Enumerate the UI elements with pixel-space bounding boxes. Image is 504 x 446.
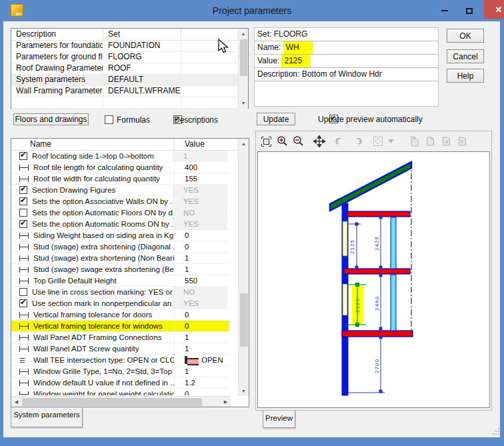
help-button[interactable]: Help [447, 69, 484, 83]
parameter-row[interactable]: Roof tile width for calculating quantity… [11, 173, 229, 185]
parameter-value[interactable]: 0 [174, 389, 229, 395]
cancel-button[interactable]: Cancel [447, 49, 484, 63]
ok-button[interactable]: OK [447, 29, 484, 43]
info-name[interactable]: Name: WH [255, 41, 438, 55]
interior-wall-lower [391, 275, 396, 331]
parameter-row[interactable]: Use section mark in nonperpendicular an.… [11, 298, 229, 309]
parameter-value[interactable]: YES [173, 196, 227, 207]
scroll-left-icon[interactable]: ◀ [11, 397, 21, 407]
formulas-checkbox[interactable] [105, 115, 113, 124]
scroll-down-icon[interactable]: ▼ [239, 98, 248, 108]
parameter-row[interactable]: Siding Weight based on siding area in Kg… [11, 230, 229, 241]
resize-grip[interactable] [492, 427, 500, 435]
clipboard-icon-2[interactable] [422, 133, 438, 149]
parameter-value[interactable]: 1 [174, 332, 229, 343]
parameter-value[interactable]: OPEN [174, 355, 229, 365]
param-set-row[interactable]: Parameters for ground floorFLOORG [11, 52, 248, 63]
parameter-row[interactable]: Window default U value if not defined in… [11, 377, 229, 389]
parameter-value[interactable]: 0 [174, 241, 229, 252]
clipboard-icon-4[interactable] [454, 133, 470, 149]
parameter-value[interactable]: 1 [174, 253, 229, 263]
redo-icon[interactable] [349, 133, 365, 149]
checkbox-checked-icon[interactable] [19, 186, 27, 194]
parameter-value[interactable]: NO [173, 207, 227, 218]
parameters-table: Name Value Roof locating side 1->top 0->… [11, 138, 249, 407]
parameter-row[interactable]: Stud (swage) swage extra shortening (Be.… [11, 264, 229, 275]
checkbox-checked-icon[interactable] [19, 220, 27, 228]
parameter-value[interactable]: 0 [174, 230, 229, 241]
close-button[interactable]: ✕ [484, 0, 504, 19]
parameter-value[interactable]: 1 [173, 151, 227, 161]
pan-icon[interactable] [311, 133, 327, 149]
clipboard-icon-3[interactable] [438, 133, 454, 149]
parameter-row[interactable]: Roof tile length for calculating quantit… [11, 162, 229, 173]
parameter-row[interactable]: Sets the option Automatic Floors ON by d… [11, 207, 229, 219]
checkbox-checked-icon[interactable] [19, 152, 27, 160]
param-sets-table: Description Set Parameters for foundatio… [11, 28, 249, 109]
center-view-dropdown[interactable] [386, 133, 395, 149]
preview-drawing-area[interactable]: 2125 2425 2460 2700 [257, 151, 490, 408]
parameters-hscrollbar[interactable]: ◀ ▶ [11, 396, 231, 407]
parameter-value[interactable]: YES [173, 219, 227, 229]
parameter-row[interactable]: Top Grille Default Height550 [11, 275, 229, 287]
scroll-down-icon[interactable]: ▼ [239, 386, 249, 396]
scroll-up-icon[interactable]: ▲ [239, 29, 248, 39]
center-view-icon[interactable] [370, 133, 386, 149]
info-value[interactable]: Value: 2125 [255, 55, 438, 68]
parameter-value[interactable]: 0 [174, 321, 229, 331]
parameter-row[interactable]: Wall TEE intersection type: OPEN or CLO.… [11, 355, 229, 366]
parameter-value[interactable]: 155 [174, 173, 229, 184]
parameter-row[interactable]: Vertical framing tolerance for doors0 [11, 309, 229, 321]
floors-and-drawings-button[interactable]: Floors and drawings [13, 113, 89, 125]
checkbox-checked-icon[interactable] [19, 299, 27, 307]
update-button[interactable]: Update [257, 113, 295, 125]
param-set-row[interactable]: Roof Drawing ParametersROOF [11, 63, 248, 75]
parameter-value[interactable]: YES [173, 298, 227, 309]
zoom-out-icon[interactable] [290, 133, 306, 149]
maximize-icon [466, 8, 473, 14]
parameter-row[interactable]: Stud (swage) extra shortening (Non Beari… [11, 253, 229, 264]
param-sets-scrollbar[interactable]: ▲ ▼ [238, 29, 248, 108]
clipboard-icon-1[interactable] [406, 133, 422, 149]
param-set-row[interactable]: System parametersDEFAULT [11, 75, 248, 86]
column-header-name[interactable]: Name [11, 139, 175, 150]
parameter-value[interactable]: NO [173, 287, 227, 297]
parameter-row[interactable]: Sets the option Associative Walls ON by … [11, 196, 229, 207]
zoom-in-icon[interactable] [274, 133, 290, 149]
parameter-value[interactable]: 550 [174, 275, 229, 286]
column-header-description[interactable]: Description [11, 29, 103, 40]
param-set-row[interactable]: Wall Framing ParametersDEFAULT.WFRAME [11, 86, 248, 97]
parameter-value[interactable]: 0 [174, 309, 229, 320]
parameters-vscrollbar[interactable]: ▲ ▼ [238, 139, 249, 396]
checkbox-checked-icon[interactable] [19, 197, 27, 205]
parameter-row[interactable]: Wall Panel ADT Framing Connections1 [11, 332, 229, 343]
tab-system-parameters[interactable]: System parameters [11, 407, 83, 427]
parameter-row[interactable]: Section Drawing FiguresYES [11, 185, 229, 196]
parameter-row[interactable]: Window Grille Type, 1=No, 2=Std, 3=Top1 [11, 366, 229, 377]
parameter-row[interactable]: Wall Panel ADT Screw quantity1 [11, 343, 229, 355]
tab-preview[interactable]: Preview [263, 411, 295, 428]
fit-view-icon[interactable] [258, 133, 274, 149]
scroll-up-icon[interactable]: ▲ [239, 139, 249, 149]
undo-icon[interactable] [333, 133, 349, 149]
parameter-value[interactable]: 400 [174, 162, 229, 173]
parameter-row[interactable]: Vertical framing tolerance for windows0 [11, 321, 229, 332]
scroll-right-icon[interactable]: ▶ [221, 397, 231, 407]
checkbox-unchecked-icon[interactable] [19, 288, 27, 296]
parameter-value[interactable]: 1 [174, 366, 229, 377]
parameter-value[interactable]: 1 [174, 343, 229, 354]
param-set-row[interactable]: Parameters for foundationFOUNDATION [11, 41, 248, 52]
parameter-value[interactable]: 1.2 [174, 377, 229, 388]
maximize-button[interactable] [460, 3, 479, 18]
checkbox-unchecked-icon[interactable] [19, 209, 27, 217]
parameter-value[interactable]: 1 [174, 264, 229, 275]
parameter-row[interactable]: Window weight for panel weight calculati… [11, 389, 229, 395]
parameter-row[interactable]: Use line in cross section marking: YES o… [11, 287, 229, 298]
parameter-row[interactable]: Stud (swage) extra shortening (Diagonal … [11, 241, 229, 253]
column-header-value[interactable]: Value [175, 139, 229, 150]
minimize-button[interactable] [435, 3, 454, 18]
parameter-row[interactable]: Sets the option Automatic Rooms ON by ..… [11, 219, 229, 230]
parameter-row[interactable]: Roof locating side 1->top 0->bottom1 [11, 151, 229, 162]
parameter-value[interactable]: YES [173, 185, 227, 195]
column-header-set[interactable]: Set [103, 29, 181, 40]
